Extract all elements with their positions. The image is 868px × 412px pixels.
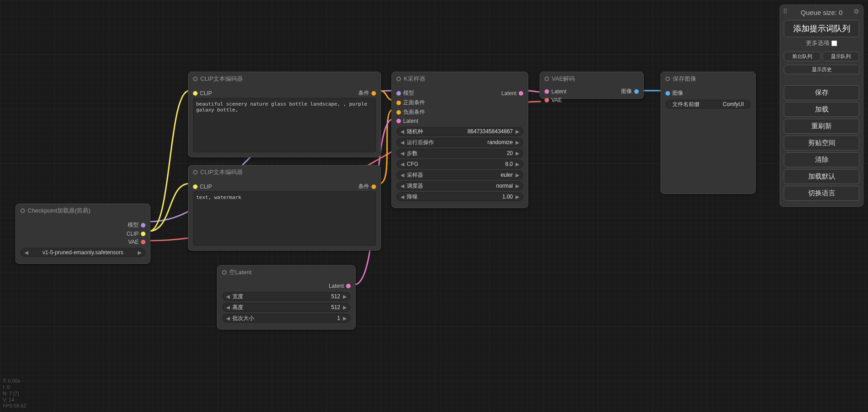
node-clip-encode-positive[interactable]: CLIP文本编码器 CLIP 条件 beautiful scenery natu… bbox=[188, 72, 381, 157]
width-widget[interactable]: ◀宽度512▶ bbox=[222, 292, 351, 301]
cfg-widget[interactable]: ◀CFG8.0▶ bbox=[396, 160, 523, 169]
prompt-textarea[interactable]: text, watermark bbox=[193, 191, 376, 246]
node-title[interactable]: CLIP文本编码器 bbox=[188, 72, 381, 86]
checkpoint-name-widget[interactable]: ◀ v1-5-pruned-emaonly.safetensors ▶ bbox=[20, 248, 145, 257]
load-button[interactable]: 加载 bbox=[784, 102, 859, 117]
extra-options-toggle[interactable]: 更多选项 bbox=[784, 39, 859, 47]
input-latent[interactable]: Latent bbox=[396, 118, 418, 124]
queue-front-button[interactable]: 前台队列 bbox=[784, 52, 821, 61]
input-negative[interactable]: 负面条件 bbox=[396, 108, 425, 116]
seed-after-widget[interactable]: ◀运行后操作randomize▶ bbox=[396, 138, 523, 147]
drag-handle-icon[interactable]: ⠿ bbox=[783, 8, 787, 15]
batch-widget[interactable]: ◀批次大小1▶ bbox=[222, 314, 351, 323]
output-image[interactable]: 图像 bbox=[621, 87, 639, 95]
output-conditioning[interactable]: 条件 bbox=[358, 183, 376, 190]
input-model[interactable]: 模型 bbox=[396, 89, 414, 97]
sampler-widget[interactable]: ◀采样器euler▶ bbox=[396, 170, 523, 179]
view-history-button[interactable]: 显示历史 bbox=[784, 65, 859, 74]
node-save-image[interactable]: 保存图像 图像 文件名前缀ComfyUI bbox=[661, 72, 756, 194]
prompt-textarea[interactable]: beautiful scenery nature glass bottle la… bbox=[193, 98, 376, 152]
queue-prompt-button[interactable]: 添加提示词队列 bbox=[784, 20, 859, 37]
input-positive[interactable]: 正面条件 bbox=[396, 99, 425, 107]
node-title[interactable]: 保存图像 bbox=[661, 72, 755, 86]
seed-widget[interactable]: ◀随机种864733458434867▶ bbox=[396, 127, 523, 136]
extra-options-checkbox[interactable] bbox=[831, 40, 837, 46]
output-model[interactable]: 模型 bbox=[128, 221, 145, 229]
node-empty-latent[interactable]: 空Latent Latent ◀宽度512▶ ◀高度512▶ ◀批次大小1▶ bbox=[217, 265, 356, 330]
denoise-widget[interactable]: ◀降噪1.00▶ bbox=[396, 192, 523, 201]
output-vae[interactable]: VAE bbox=[128, 239, 145, 245]
node-title[interactable]: CLIP文本编码器 bbox=[188, 165, 381, 179]
steps-widget[interactable]: ◀步数20▶ bbox=[396, 149, 523, 158]
output-clip[interactable]: CLIP bbox=[126, 231, 145, 237]
settings-gear-icon[interactable]: ⚙ bbox=[854, 8, 859, 15]
node-vae-decode[interactable]: VAE解码 Latent 图像 VAE bbox=[540, 72, 644, 99]
output-latent[interactable]: Latent bbox=[329, 283, 351, 289]
node-title[interactable]: Checkpoint加载器(简易) bbox=[16, 204, 150, 218]
node-checkpoint-loader[interactable]: Checkpoint加载器(简易) 模型 CLIP VAE ◀ v1-5-pru… bbox=[15, 204, 150, 264]
canvas-stats: T: 0.00s I: 0 N: 7 [7] V: 14 FPS:59.52 bbox=[3, 378, 26, 409]
clear-button[interactable]: 清除 bbox=[784, 152, 859, 167]
refresh-button[interactable]: 重刷新 bbox=[784, 119, 859, 134]
node-ksampler[interactable]: K采样器 模型 Latent 正面条件 负面条件 Latent ◀随机种8647… bbox=[391, 72, 528, 208]
clipspace-button[interactable]: 剪贴空间 bbox=[784, 136, 859, 150]
input-clip[interactable]: CLIP bbox=[193, 183, 212, 190]
input-clip[interactable]: CLIP bbox=[193, 89, 212, 97]
input-vae[interactable]: VAE bbox=[545, 97, 562, 103]
input-latent[interactable]: Latent bbox=[545, 87, 566, 95]
node-clip-encode-negative[interactable]: CLIP文本编码器 CLIP 条件 text, watermark bbox=[188, 165, 381, 251]
load-default-button[interactable]: 加载默认 bbox=[784, 169, 859, 184]
output-latent[interactable]: Latent bbox=[502, 89, 523, 97]
queue-size-label: Queue size: 0 bbox=[784, 9, 859, 16]
control-panel[interactable]: ⠿ ⚙ Queue size: 0 添加提示词队列 更多选项 前台队列 显示队列… bbox=[780, 5, 863, 207]
height-widget[interactable]: ◀高度512▶ bbox=[222, 303, 351, 312]
node-title[interactable]: K采样器 bbox=[392, 72, 528, 86]
input-image[interactable]: 图像 bbox=[665, 89, 683, 97]
switch-language-button[interactable]: 切换语言 bbox=[784, 186, 859, 201]
output-conditioning[interactable]: 条件 bbox=[358, 89, 376, 97]
node-canvas[interactable]: Checkpoint加载器(简易) 模型 CLIP VAE ◀ v1-5-pru… bbox=[0, 0, 868, 412]
view-queue-button[interactable]: 显示队列 bbox=[823, 52, 860, 61]
filename-prefix-widget[interactable]: 文件名前缀ComfyUI bbox=[665, 100, 751, 109]
save-button[interactable]: 保存 bbox=[784, 85, 859, 100]
node-title[interactable]: 空Latent bbox=[217, 266, 355, 279]
node-title[interactable]: VAE解码 bbox=[540, 72, 643, 86]
scheduler-widget[interactable]: ◀调度器normal▶ bbox=[396, 181, 523, 190]
